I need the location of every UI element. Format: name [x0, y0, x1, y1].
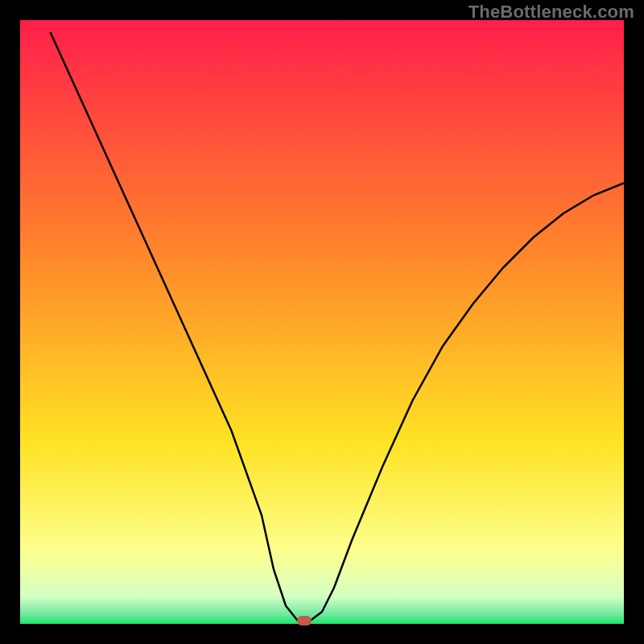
gradient-background: [20, 20, 624, 624]
watermark-text: TheBottleneck.com: [469, 2, 634, 23]
chart-frame: TheBottleneck.com: [0, 0, 644, 644]
plot-area: [20, 20, 624, 624]
optimum-marker: [297, 616, 312, 625]
plot-svg: [20, 20, 624, 624]
